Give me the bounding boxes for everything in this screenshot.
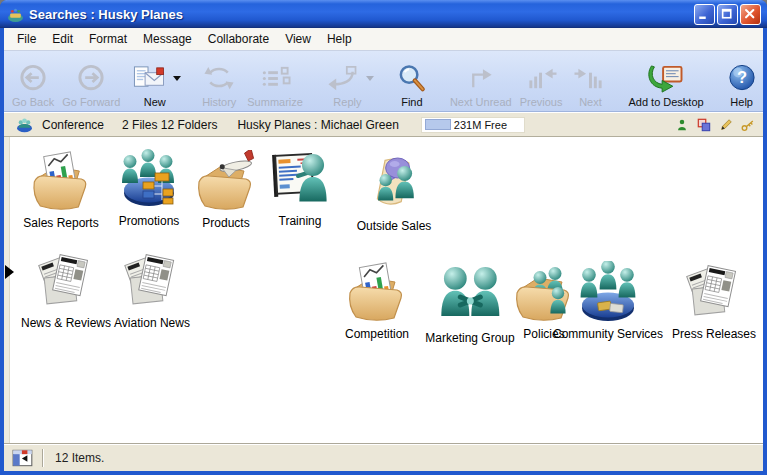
folder-item-news-reviews[interactable]: News & Reviews xyxy=(21,250,111,330)
menu-item-message[interactable]: Message xyxy=(135,30,200,48)
folder-item-label: News & Reviews xyxy=(21,316,111,330)
toolbar-button-label: Reply xyxy=(333,96,361,109)
menu-item-collaborate[interactable]: Collaborate xyxy=(200,30,277,48)
next-icon xyxy=(570,63,610,94)
folder-item-icon xyxy=(25,150,97,214)
free-space-bar xyxy=(425,119,451,130)
free-space-indicator: 231M Free xyxy=(421,117,525,133)
toolbar-button-label: Help xyxy=(730,96,753,109)
folder-view: Sales Reports Promotions Products Traini… xyxy=(4,137,763,443)
history-icon xyxy=(199,63,239,94)
menubar: FileEditFormatMessageCollaborateViewHelp xyxy=(4,28,763,51)
find-icon xyxy=(392,63,432,94)
previous-icon xyxy=(521,63,561,94)
windows-icon xyxy=(697,118,711,132)
folder-item-label: Products xyxy=(202,216,249,230)
app-window-icon[interactable] xyxy=(7,6,24,23)
infobar-location: Husky Planes : Michael Green xyxy=(237,118,398,132)
pane-splitter-arrow[interactable] xyxy=(5,265,14,279)
infobar-counts: 2 Files 12 Folders xyxy=(122,118,217,132)
toolbar-button-summarize: Summarize xyxy=(244,54,306,109)
folder-item-icon xyxy=(434,265,506,329)
window-title: Searches : Husky Planes xyxy=(29,7,694,22)
toolbar-button-history: History xyxy=(196,54,242,109)
toolbar-button-label: Next Unread xyxy=(450,96,512,109)
folder-item-community-services[interactable]: Community Services xyxy=(553,261,663,341)
toolbar-button-find[interactable]: Find xyxy=(389,54,435,109)
pencil-icon xyxy=(719,118,733,132)
summarize-icon xyxy=(255,63,295,94)
toolbar-button-label: History xyxy=(202,96,236,109)
menu-item-format[interactable]: Format xyxy=(81,30,135,48)
folder-item-promotions[interactable]: Promotions xyxy=(113,148,185,228)
folder-item-label: Competition xyxy=(345,327,409,341)
folder-item-training[interactable]: Training xyxy=(264,148,336,228)
close-button[interactable] xyxy=(740,4,761,25)
folder-item-sales-reports[interactable]: Sales Reports xyxy=(23,150,98,230)
conference-icon xyxy=(16,116,33,133)
minimize-button[interactable] xyxy=(694,4,715,25)
key-icon xyxy=(741,118,755,132)
user-icon xyxy=(675,118,689,132)
add-to-desktop-icon xyxy=(646,63,686,94)
folder-item-press-releases[interactable]: Press Releases xyxy=(672,261,756,341)
folder-item-icon xyxy=(341,261,413,325)
folder-item-icon xyxy=(678,261,750,325)
folder-item-icon xyxy=(116,250,188,314)
toolbar-button-previous: Previous xyxy=(517,54,566,109)
menu-item-edit[interactable]: Edit xyxy=(44,30,81,48)
dropdown-arrow-icon[interactable] xyxy=(366,76,374,81)
toolbar-button-next-unread: Next Unread xyxy=(447,54,515,109)
help-icon xyxy=(722,63,762,94)
new-message-icon xyxy=(128,63,168,94)
infobar: Conference 2 Files 12 Folders Husky Plan… xyxy=(4,112,763,137)
toolbar-button-label: Add to Desktop xyxy=(628,96,703,109)
dropdown-arrow-icon[interactable] xyxy=(173,76,181,81)
folder-item-label: Sales Reports xyxy=(23,216,98,230)
statusbar: 12 Items. xyxy=(4,443,763,471)
toolbar-button-new[interactable]: New xyxy=(125,54,184,109)
toolbar-button-label: Go Forward xyxy=(62,96,120,109)
folder-item-outside-sales[interactable]: Outside Sales xyxy=(357,153,432,233)
free-space-label: 231M Free xyxy=(454,119,507,131)
infobar-status-icons xyxy=(675,118,755,132)
toolbar-button-label: Previous xyxy=(520,96,563,109)
items-count: 12 Items. xyxy=(55,451,104,465)
infobar-type-label: Conference xyxy=(42,118,104,132)
pane-divider xyxy=(4,137,10,443)
toolbar-button-label: Next xyxy=(579,96,602,109)
folder-item-label: Training xyxy=(279,214,322,228)
toolbar-button-label: Go Back xyxy=(12,96,54,109)
folder-item-label: Community Services xyxy=(553,327,663,341)
folder-item-label: Marketing Group xyxy=(425,331,514,345)
reply-icon xyxy=(321,63,361,94)
folder-item-icon xyxy=(358,153,430,217)
folder-item-marketing-group[interactable]: Marketing Group xyxy=(425,265,514,345)
folder-item-icon xyxy=(30,250,102,314)
folder-item-label: Outside Sales xyxy=(357,219,432,233)
folder-item-icon xyxy=(190,150,262,214)
folder-item-icon xyxy=(264,148,336,212)
titlebar: Searches : Husky Planes xyxy=(0,0,767,28)
folder-item-products[interactable]: Products xyxy=(190,150,262,230)
menu-item-view[interactable]: View xyxy=(277,30,319,48)
toolbar-button-add-to-desktop[interactable]: Add to Desktop xyxy=(625,54,706,109)
pane-toggle-icon[interactable] xyxy=(12,449,34,467)
menu-item-file[interactable]: File xyxy=(9,30,44,48)
app-window: Searches : Husky Planes FileEditFormatMe… xyxy=(0,0,767,475)
statusbar-separator xyxy=(42,449,43,467)
toolbar-button-go-forward: Go Forward xyxy=(59,54,123,109)
go-back-icon xyxy=(13,63,53,94)
folder-item-aviation-news[interactable]: Aviation News xyxy=(114,250,190,330)
folder-item-competition[interactable]: Competition xyxy=(341,261,413,341)
go-forward-icon xyxy=(71,63,111,94)
next-unread-icon xyxy=(461,63,501,94)
menu-item-help[interactable]: Help xyxy=(319,30,360,48)
folder-item-icon xyxy=(572,261,644,325)
toolbar-button-help[interactable]: Help xyxy=(719,54,765,109)
folder-item-label: Promotions xyxy=(119,214,180,228)
folder-item-icon xyxy=(113,148,185,212)
toolbar-button-label: Summarize xyxy=(247,96,303,109)
maximize-button[interactable] xyxy=(717,4,738,25)
toolbar: Go Back Go Forward New History Summarize… xyxy=(4,51,763,112)
